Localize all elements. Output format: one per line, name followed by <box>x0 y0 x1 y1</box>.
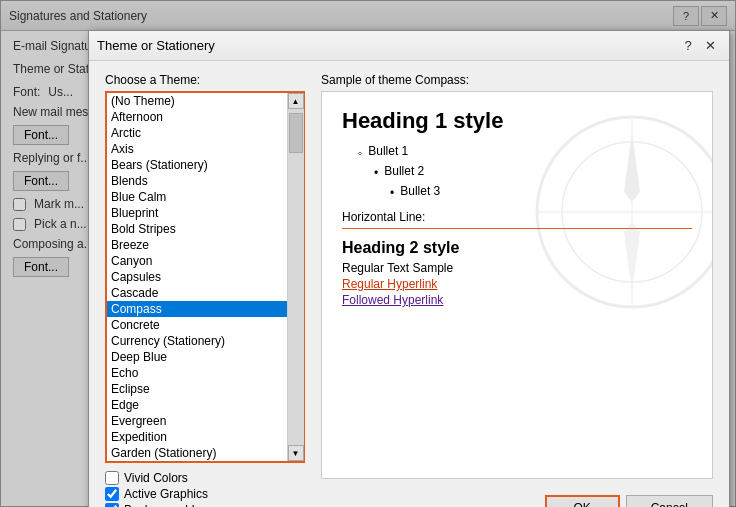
regular-text: Regular Text Sample <box>342 261 692 275</box>
bullet-dot-3: • <box>390 184 394 202</box>
preview-label: Sample of theme Compass: <box>321 73 713 87</box>
followed-hyperlink-text: Followed Hyperlink <box>342 293 692 307</box>
theme-list-item[interactable]: Capsules <box>107 269 287 285</box>
choose-theme-label: Choose a Theme: <box>105 73 305 87</box>
theme-list-item[interactable]: Edge <box>107 397 287 413</box>
bullet-text-2: Bullet 2 <box>384 162 424 180</box>
cancel-button[interactable]: Cancel <box>626 495 713 507</box>
dialog-titlebar: Theme or Stationery ? ✕ <box>89 31 729 61</box>
dialog-title: Theme or Stationery <box>97 38 677 53</box>
theme-list-item[interactable]: Evergreen <box>107 413 287 429</box>
theme-listbox-wrapper: (No Theme)AfternoonArcticAxisBears (Stat… <box>105 91 305 463</box>
scrollbar-track[interactable] <box>288 109 304 445</box>
dialog-help-button[interactable]: ? <box>677 36 699 56</box>
hr-section: Horizontal Line: <box>342 210 692 229</box>
bullet-item-2: • Bullet 2 <box>374 162 692 182</box>
bullet-text-1: Bullet 1 <box>368 142 408 160</box>
h2-heading: Heading 2 style <box>342 239 692 257</box>
left-column: Choose a Theme: (No Theme)AfternoonArcti… <box>105 73 305 479</box>
theme-list-item[interactable]: Currency (Stationery) <box>107 333 287 349</box>
dialog-close-button[interactable]: ✕ <box>699 36 721 56</box>
theme-list-item[interactable]: Cascade <box>107 285 287 301</box>
theme-listbox[interactable]: (No Theme)AfternoonArcticAxisBears (Stat… <box>107 93 303 461</box>
vivid-colors-label: Vivid Colors <box>124 471 188 485</box>
theme-list-item[interactable]: Compass <box>107 301 287 317</box>
bullet-item-1: ◦ Bullet 1 <box>358 142 692 162</box>
hyperlink-text: Regular Hyperlink <box>342 277 692 291</box>
theme-dialog: Theme or Stationery ? ✕ Choose a Theme: … <box>88 30 730 507</box>
bullet-dot-1: ◦ <box>358 144 362 162</box>
theme-list-item[interactable]: Blends <box>107 173 287 189</box>
bullet-text-3: Bullet 3 <box>400 182 440 200</box>
vivid-colors-row: Vivid Colors <box>105 471 305 485</box>
preview-box: Heading 1 style ◦ Bullet 1 • Bullet 2 <box>321 91 713 479</box>
right-column: Sample of theme Compass: Heading 1 style <box>321 73 713 479</box>
h1-heading: Heading 1 style <box>342 108 692 134</box>
dialog-footer: OK Cancel <box>105 489 713 507</box>
scrollbar-up-button[interactable]: ▲ <box>288 93 304 109</box>
theme-list-item[interactable]: Deep Blue <box>107 349 287 365</box>
bullet-dot-2: • <box>374 164 378 182</box>
theme-list-item[interactable]: Echo <box>107 365 287 381</box>
scrollbar-thumb[interactable] <box>289 113 303 153</box>
theme-list-item[interactable]: Canyon <box>107 253 287 269</box>
hr-label: Horizontal Line: <box>342 210 692 224</box>
ok-button[interactable]: OK <box>545 495 620 507</box>
theme-list-item[interactable]: Eclipse <box>107 381 287 397</box>
theme-list-item[interactable]: Concrete <box>107 317 287 333</box>
theme-list-item[interactable]: Axis <box>107 141 287 157</box>
scrollbar-down-button[interactable]: ▼ <box>288 445 304 461</box>
theme-list-item[interactable]: Afternoon <box>107 109 287 125</box>
theme-list-item[interactable]: Expedition <box>107 429 287 445</box>
dialog-columns: Choose a Theme: (No Theme)AfternoonArcti… <box>105 73 713 479</box>
dialog-body: Choose a Theme: (No Theme)AfternoonArcti… <box>89 61 729 507</box>
theme-list-item[interactable]: Garden (Stationery) <box>107 445 287 461</box>
theme-scrollbar[interactable]: ▲ ▼ <box>287 93 303 461</box>
theme-list-item[interactable]: (No Theme) <box>107 93 287 109</box>
horizontal-rule <box>342 228 692 229</box>
theme-list-item[interactable]: Bears (Stationery) <box>107 157 287 173</box>
vivid-colors-checkbox[interactable] <box>105 471 119 485</box>
bullet-list: ◦ Bullet 1 • Bullet 2 • Bullet 3 <box>358 142 692 202</box>
sub-bullets: • Bullet 2 • Bullet 3 <box>374 162 692 202</box>
theme-list-item[interactable]: Breeze <box>107 237 287 253</box>
bullet-item-3: • Bullet 3 <box>390 182 692 202</box>
theme-list-item[interactable]: Blueprint <box>107 205 287 221</box>
theme-list-item[interactable]: Blue Calm <box>107 189 287 205</box>
theme-list-item[interactable]: Bold Stripes <box>107 221 287 237</box>
theme-list-item[interactable]: Arctic <box>107 125 287 141</box>
